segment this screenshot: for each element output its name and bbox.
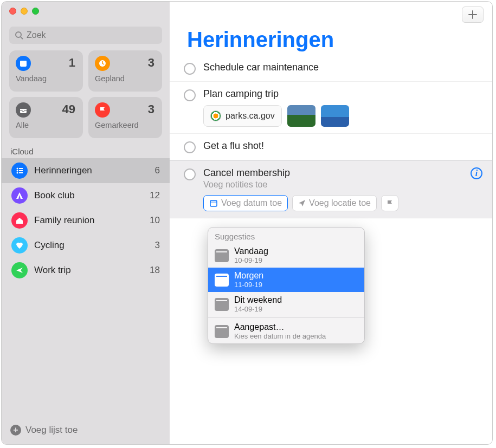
suggestion-sublabel: Kies een datum in de agenda — [234, 332, 326, 340]
location-icon — [298, 199, 306, 207]
calendar-icon — [215, 298, 229, 311]
add-location-label: Voeg locatie toe — [309, 198, 371, 208]
list-name: Work trip — [34, 265, 143, 276]
svg-rect-8 — [19, 168, 23, 169]
complete-checkbox[interactable] — [184, 63, 196, 75]
add-date-label: Voeg datum toe — [221, 198, 282, 208]
quick-actions-row: Voeg datum toe Voeg locatie toe — [203, 195, 482, 211]
heart-icon — [11, 237, 28, 254]
svg-point-6 — [17, 170, 18, 172]
svg-rect-10 — [19, 172, 23, 173]
add-list-label: Voeg lijst toe — [25, 425, 78, 436]
list-icon — [11, 163, 28, 179]
attachments-row: parks.ca.gov — [203, 105, 482, 127]
smart-card-gemarkeerd[interactable]: 3 Gemarkeerd — [88, 97, 162, 138]
list-name: Book club — [34, 190, 143, 201]
list-count: 18 — [150, 265, 160, 276]
app-window: 1 Vandaag 3 Gepland 49 Alle 3 Gemarkeerd… — [1, 1, 493, 445]
svg-point-5 — [17, 168, 18, 170]
suggestion-label: Morgen — [234, 271, 263, 281]
smart-card-gepland[interactable]: 3 Gepland — [88, 50, 162, 92]
suggestion-vandaag[interactable]: Vandaag 10-09-19 — [208, 243, 364, 268]
svg-line-1 — [21, 37, 23, 39]
suggestion-dit-weekend[interactable]: Dit weekend 14-09-19 — [208, 292, 364, 316]
link-chip[interactable]: parks.ca.gov — [203, 105, 282, 127]
reminder-item[interactable]: Get a flu shot! — [170, 134, 492, 160]
search-icon — [15, 31, 23, 40]
smart-card-alle[interactable]: 49 Alle — [9, 97, 83, 138]
tent-icon — [11, 187, 28, 204]
calendar-icon — [215, 325, 229, 338]
reminder-item[interactable]: Cancel membershipVoeg notities toe Voeg … — [170, 160, 492, 218]
list-row-work-trip[interactable]: Work trip 18 — [2, 258, 170, 283]
calendar-icon — [215, 274, 229, 287]
home-icon — [11, 212, 28, 229]
plane-icon — [11, 262, 28, 278]
svg-rect-11 — [210, 200, 217, 206]
add-reminder-button[interactable] — [462, 7, 484, 23]
reminder-item[interactable]: Schedule car maintenance — [170, 55, 492, 82]
list-row-family-reunion[interactable]: Family reunion 10 — [2, 208, 170, 233]
svg-rect-3 — [20, 61, 27, 62]
plus-icon — [468, 10, 478, 20]
suggestion-label: Dit weekend — [234, 295, 282, 305]
reminder-item[interactable]: Plan camping trip parks.ca.gov — [170, 82, 492, 134]
suggestion-sublabel: 10-09-19 — [234, 256, 268, 264]
search-field[interactable] — [9, 27, 162, 44]
suggestion-label: Aangepast… — [234, 322, 326, 332]
search-input[interactable] — [27, 30, 157, 40]
list-count: 10 — [150, 215, 160, 226]
list-name: Herinneringen — [34, 165, 149, 176]
minimize-window-button[interactable] — [21, 8, 28, 15]
lists-container: Herinneringen 6 Book club 12 Family reun… — [2, 158, 170, 418]
smart-card-label: Gemarkeerd — [95, 121, 156, 129]
list-row-herinneringen[interactable]: Herinneringen 6 — [2, 158, 170, 183]
notes-placeholder[interactable]: Voeg notities toe — [203, 180, 482, 190]
list-row-cycling[interactable]: Cycling 3 — [2, 233, 170, 258]
window-controls — [9, 8, 39, 15]
calendar-icon — [16, 56, 31, 71]
smart-lists-grid: 1 Vandaag 3 Gepland 49 Alle 3 Gemarkeerd — [2, 50, 170, 144]
reminders-list: Schedule car maintenance Plan camping tr… — [170, 55, 492, 218]
complete-checkbox[interactable] — [184, 141, 196, 153]
tray-icon — [16, 102, 31, 118]
complete-checkbox[interactable] — [184, 168, 196, 180]
smart-card-vandaag[interactable]: 1 Vandaag — [9, 50, 83, 92]
svg-point-0 — [16, 32, 21, 37]
calendar-icon — [215, 249, 229, 262]
suggestion-sublabel: 11-09-19 — [234, 281, 263, 289]
separator — [208, 317, 364, 318]
add-date-button[interactable]: Voeg datum toe — [203, 195, 288, 211]
section-header-icloud: iCloud — [2, 144, 170, 158]
image-thumbnail[interactable] — [321, 105, 349, 127]
list-count: 12 — [150, 190, 160, 201]
add-location-button[interactable]: Voeg locatie toe — [292, 195, 377, 211]
calendar-icon — [209, 199, 218, 207]
plus-icon: + — [10, 425, 21, 436]
suggestion-morgen[interactable]: Morgen 11-09-19 — [208, 268, 364, 292]
smart-card-label: Vandaag — [16, 74, 76, 83]
image-thumbnail[interactable] — [287, 105, 315, 127]
reminder-title: Plan camping trip — [203, 88, 482, 100]
date-suggestions-popover: Suggesties Vandaag 10-09-19 Morgen 11-09… — [208, 227, 365, 344]
list-name: Cycling — [34, 240, 149, 251]
reminder-body: Schedule car maintenance — [203, 62, 482, 73]
close-window-button[interactable] — [9, 8, 16, 15]
flag-icon — [386, 199, 394, 207]
info-button[interactable]: i — [471, 167, 482, 179]
list-row-book-club[interactable]: Book club 12 — [2, 183, 170, 208]
fullscreen-window-button[interactable] — [32, 8, 39, 15]
svg-point-7 — [17, 172, 18, 174]
reminder-body: Cancel membershipVoeg notities toe Voeg … — [203, 167, 482, 211]
sidebar: 1 Vandaag 3 Gepland 49 Alle 3 Gemarkeerd… — [2, 2, 170, 444]
reminder-title: Cancel membership — [203, 167, 482, 179]
reminder-title: Schedule car maintenance — [203, 62, 482, 73]
suggestion-label: Vandaag — [234, 246, 268, 256]
complete-checkbox[interactable] — [184, 89, 196, 101]
reminder-body: Get a flu shot! — [203, 140, 482, 152]
suggestion-aangepast-[interactable]: Aangepast… Kies een datum in de agenda — [208, 319, 364, 343]
flag-icon — [95, 102, 110, 118]
add-list-button[interactable]: + Voeg lijst toe — [2, 418, 170, 444]
list-title: Herinneringen — [170, 28, 492, 55]
flag-button[interactable] — [381, 195, 398, 211]
